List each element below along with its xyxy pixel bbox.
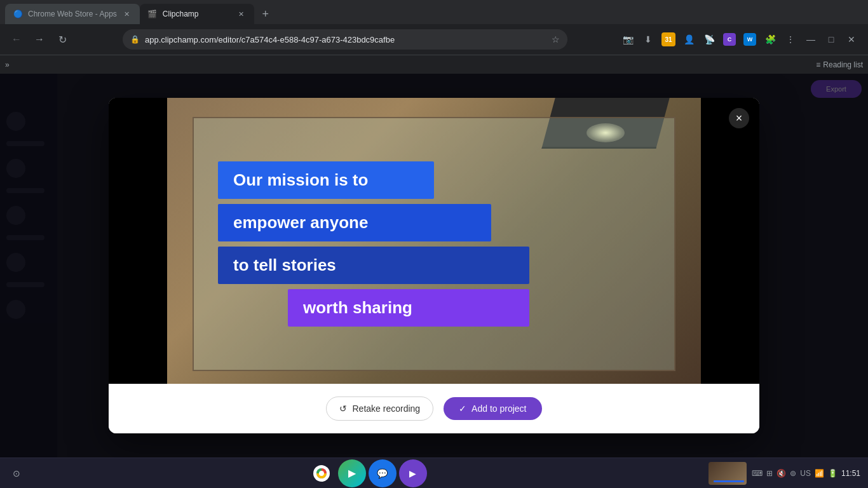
reading-list-icon: ≡ [816,60,820,69]
lock-icon: 🔒 [130,35,140,44]
download-icon[interactable]: ⬇ [639,30,657,48]
tab-chrome-web-store[interactable]: 🔵 Chrome Web Store - Apps ✕ [5,4,140,24]
extension2-icon[interactable]: W [741,30,759,48]
battery-icon: 🔋 [828,469,837,478]
check-icon: ✓ [459,403,466,414]
extension1-icon[interactable]: C [721,30,738,48]
modal-footer: ↺ Retake recording ✓ Add to project [109,384,759,433]
video-content: Our mission is to empower anyone to tell… [167,98,701,384]
taskbar-clipchamp-icon[interactable]: ▶ [399,459,427,487]
modal-close-button[interactable]: × [729,108,749,128]
recording-preview-modal: Our mission is to empower anyone to tell… [109,98,759,433]
taskbar-apps: ▶ 💬 ▶ [308,459,427,487]
profile-icon[interactable]: 👤 [680,30,698,48]
taskbar-right: ⌨ ⊞ 🔇 ⊚ US 📶 🔋 11:51 [709,462,860,485]
main-content: Export [0,74,868,458]
tab-title-clipchamp: Clipchamp [163,10,231,18]
tab-title-chrome-web-store: Chrome Web Store - Apps [28,10,117,18]
maximize-icon[interactable]: □ [822,30,840,48]
url-text: app.clipchamp.com/editor/c7a574c4-e588-4… [145,35,546,44]
bookmarks-bar: » ≡ Reading list [0,55,868,74]
retake-label: Retake recording [352,403,420,414]
add-label: Add to project [471,403,526,414]
close-window-icon[interactable]: ✕ [843,30,860,48]
new-tab-button[interactable]: + [257,5,275,23]
back-button[interactable]: ← [8,30,25,48]
sign-line-4: worth sharing [288,289,529,327]
status-area: ⌨ ⊞ 🔇 ⊚ US 📶 🔋 11:51 [752,469,860,478]
thumbnail-preview[interactable] [709,462,747,485]
camera-icon[interactable]: 📷 [619,30,637,48]
tab-close-chrome-web-store[interactable]: ✕ [122,9,132,19]
cast-icon[interactable]: 📡 [700,30,718,48]
extension3-icon[interactable]: 🧩 [761,30,779,48]
sound-off-icon: 🔇 [776,469,786,478]
tab-favicon-chrome-web-store: 🔵 [13,9,23,19]
bookmarks-expand-button[interactable]: » [5,60,10,69]
bookmark-star-icon[interactable]: ☆ [552,34,560,44]
expand-icon: ⊞ [766,469,773,478]
more-options-icon[interactable]: ⋮ [782,30,799,48]
taskbar-chrome-icon[interactable] [308,459,336,487]
minimize-icon[interactable]: — [802,30,820,48]
add-to-project-button[interactable]: ✓ Add to project [444,397,541,420]
locale-text: US [800,469,811,478]
extensions-icon[interactable]: 31 [660,30,677,48]
video-right-letterbox [702,98,759,384]
modal-overlay: Our mission is to empower anyone to tell… [0,74,868,458]
sign-line-1: Our mission is to [218,161,434,199]
browser-frame: 🔵 Chrome Web Store - Apps ✕ 🎬 Clipchamp … [0,0,868,488]
mission-signs: Our mission is to empower anyone to tell… [218,161,529,327]
reading-list-button[interactable]: ≡ Reading list [816,60,863,69]
retake-recording-button[interactable]: ↺ Retake recording [326,396,433,421]
video-preview: Our mission is to empower anyone to tell… [109,98,759,384]
forward-button[interactable]: → [31,30,48,48]
omnibox-bar: ← → ↻ 🔒 app.clipchamp.com/editor/c7a574c… [0,24,868,55]
taskbar-play-icon[interactable]: ▶ [338,459,366,487]
tab-bar: 🔵 Chrome Web Store - Apps ✕ 🎬 Clipchamp … [0,0,868,24]
taskbar-system-button[interactable]: ⊙ [8,464,25,482]
svg-point-2 [319,471,324,476]
tab-clipchamp[interactable]: 🎬 Clipchamp ✕ [140,4,254,24]
refresh-button[interactable]: ↻ [53,30,71,48]
taskbar-messages-icon[interactable]: 💬 [369,459,397,487]
sign-line-3: to tell stories [218,247,529,284]
reading-list-text: Reading list [823,60,863,69]
wifi-icon: 📶 [815,469,824,478]
taskbar-left: ⊙ [8,464,25,482]
time-display: 11:51 [841,469,860,478]
close-icon: × [736,112,743,125]
retake-icon: ↺ [339,403,347,414]
tab-favicon-clipchamp: 🎬 [147,9,158,19]
video-left-letterbox [109,98,166,384]
toolbar-right: 📷 ⬇ 31 👤 📡 C W 🧩 ⋮ — □ ✕ [619,30,860,48]
taskbar: ⊙ ▶ 💬 ▶ [0,458,868,488]
tab-close-clipchamp[interactable]: ✕ [236,9,247,19]
sign-line-2: empower anyone [218,204,491,241]
address-bar[interactable]: 🔒 app.clipchamp.com/editor/c7a574c4-e588… [123,29,567,50]
circle-icon: ⊚ [790,469,796,478]
keyboard-icon: ⌨ [752,469,763,478]
